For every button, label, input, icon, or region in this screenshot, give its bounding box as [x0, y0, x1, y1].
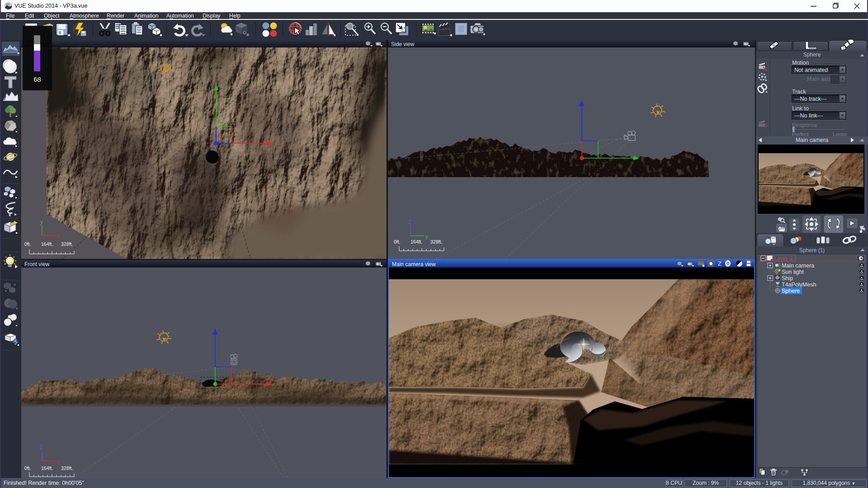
- svg-text:164ft.: 164ft.: [41, 465, 53, 471]
- svg-text:Z: Z: [718, 260, 722, 267]
- svg-text:x: x: [57, 458, 60, 465]
- svg-text:164ft.: 164ft.: [410, 239, 422, 244]
- svg-text:Z: Z: [408, 219, 411, 225]
- svg-text:0ft.: 0ft.: [394, 239, 401, 244]
- svg-text:328ft.: 328ft.: [61, 465, 73, 471]
- svg-text:Sun light: Sun light: [782, 269, 804, 275]
- svg-text:Main camera: Main camera: [782, 263, 814, 269]
- svg-text:Layer 1: Layer 1: [774, 255, 793, 262]
- svg-text:Ship: Ship: [782, 275, 793, 282]
- svg-text:T4aPolyMesh: T4aPolyMesh: [782, 282, 816, 288]
- svg-text:Sphere: Sphere: [782, 288, 800, 294]
- svg-text:328ft.: 328ft.: [61, 241, 73, 247]
- svg-text:Z: Z: [40, 444, 43, 450]
- svg-text:164ft.: 164ft.: [41, 241, 53, 247]
- svg-text:y: y: [40, 219, 43, 225]
- svg-text:x: x: [57, 233, 60, 239]
- svg-text:y: y: [425, 233, 428, 239]
- svg-text:0ft.: 0ft.: [24, 241, 31, 247]
- svg-text:328ft.: 328ft.: [430, 239, 442, 244]
- svg-text:0ft.: 0ft.: [24, 465, 31, 471]
